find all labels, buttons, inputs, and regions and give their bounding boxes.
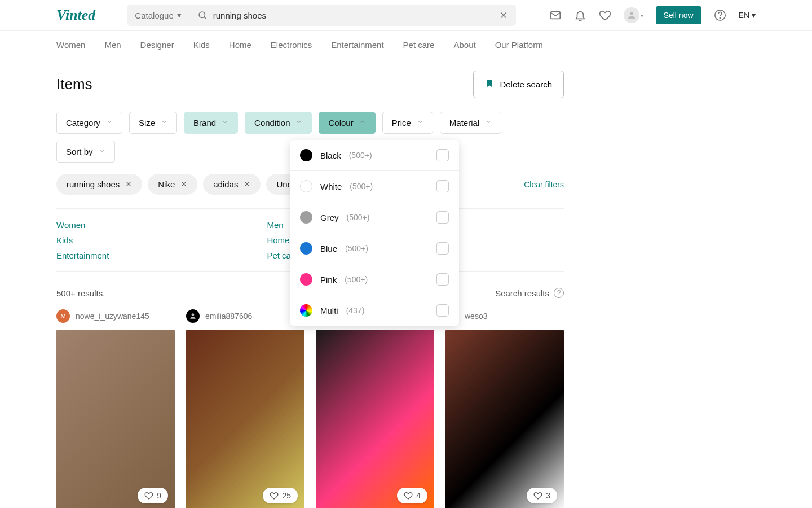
category-link-kids[interactable]: Kids xyxy=(56,235,109,245)
language-selector[interactable]: EN ▾ xyxy=(739,11,756,20)
chip-label: adidas xyxy=(213,179,238,189)
chip-nike[interactable]: Nike xyxy=(148,174,197,195)
like-button[interactable]: 9 xyxy=(138,488,168,503)
catalogue-dropdown[interactable]: Catalogue ▾ xyxy=(127,5,189,26)
help-icon[interactable]: ? xyxy=(554,288,564,298)
logo[interactable]: Vinted xyxy=(56,7,95,24)
filter-sort-by[interactable]: Sort by xyxy=(56,141,115,163)
product-seller[interactable]: Mnowe_i_uzywane145 xyxy=(56,309,175,323)
catalogue-label: Catalogue xyxy=(135,11,173,20)
checkbox[interactable] xyxy=(436,304,449,317)
sell-button[interactable]: Sell now xyxy=(656,6,701,24)
filter-size[interactable]: Size xyxy=(129,112,177,134)
checkbox[interactable] xyxy=(436,211,449,224)
checkbox[interactable] xyxy=(436,273,449,286)
filter-colour[interactable]: Colour xyxy=(319,112,375,134)
filter-label: Sort by xyxy=(66,147,93,156)
nav-item-our-platform[interactable]: Our Platform xyxy=(495,31,543,59)
filters-row: CategorySizeBrandConditionColourPriceMat… xyxy=(56,112,564,163)
filter-category[interactable]: Category xyxy=(56,112,122,134)
category-link-entertainment[interactable]: Entertainment xyxy=(56,251,109,260)
filter-label: Condition xyxy=(254,118,290,128)
category-link-women[interactable]: Women xyxy=(56,220,109,230)
product-seller[interactable]: weso3 xyxy=(445,309,564,323)
colour-swatch xyxy=(300,304,312,317)
checkbox[interactable] xyxy=(436,149,449,161)
product-image[interactable]: 4 xyxy=(316,330,434,508)
colour-option-grey[interactable]: Grey(500+) xyxy=(290,202,459,233)
search-results-label: Search results xyxy=(495,288,549,298)
product-card[interactable]: Mnowe_i_uzywane1459adidas42.5€35.31 xyxy=(56,309,175,508)
product-card[interactable]: 4Nike42.5€37.66 xyxy=(316,309,434,508)
search-input[interactable] xyxy=(213,11,494,20)
search-icon xyxy=(197,10,208,20)
colour-count: (500+) xyxy=(347,213,370,222)
chevron-down-icon: ▾ xyxy=(177,10,182,20)
mail-icon[interactable] xyxy=(549,9,562,21)
colour-swatch xyxy=(300,273,312,286)
product-card[interactable]: emilia88760625adidas39€95.00 xyxy=(186,309,304,508)
language-label: EN xyxy=(739,11,749,20)
svg-point-7 xyxy=(720,17,720,18)
nav-item-designer[interactable]: Designer xyxy=(140,31,174,59)
chevron-down-icon xyxy=(222,119,228,127)
filter-condition[interactable]: Condition xyxy=(245,112,312,134)
chevron-up-icon xyxy=(359,119,366,127)
clear-filters-button[interactable]: Clear filters xyxy=(524,180,564,189)
nav-item-men[interactable]: Men xyxy=(104,31,121,59)
nav-item-home[interactable]: Home xyxy=(229,31,251,59)
filter-material[interactable]: Material xyxy=(440,112,501,134)
close-icon[interactable] xyxy=(499,11,508,20)
nav-item-about[interactable]: About xyxy=(453,31,475,59)
nav-item-kids[interactable]: Kids xyxy=(193,31,210,59)
checkbox[interactable] xyxy=(436,180,449,192)
nav-item-entertainment[interactable]: Entertainment xyxy=(331,31,383,59)
chip-adidas[interactable]: adidas xyxy=(203,174,261,195)
colour-option-white[interactable]: White(500+) xyxy=(290,171,459,202)
colour-option-black[interactable]: Black(500+) xyxy=(290,140,459,171)
chevron-down-icon: ▾ xyxy=(641,12,643,19)
bell-icon[interactable] xyxy=(574,9,586,21)
like-button[interactable]: 4 xyxy=(397,488,427,503)
colour-name: Grey xyxy=(320,213,339,222)
filter-price[interactable]: Price xyxy=(382,112,433,134)
product-seller[interactable]: emilia887606 xyxy=(186,309,304,323)
heart-icon[interactable] xyxy=(599,9,611,21)
product-image[interactable]: 25 xyxy=(186,330,304,508)
product-card[interactable]: weso33adidas45€37.66 xyxy=(445,309,564,508)
close-icon[interactable] xyxy=(180,180,187,189)
nav-item-women[interactable]: Women xyxy=(56,31,85,59)
help-icon[interactable] xyxy=(714,9,726,21)
seller-avatar xyxy=(186,309,200,323)
title-row: Items Delete search xyxy=(56,71,564,98)
svg-line-1 xyxy=(204,17,206,19)
seller-name: emilia887606 xyxy=(205,312,252,321)
chevron-down-icon xyxy=(106,119,113,127)
close-icon[interactable] xyxy=(125,180,132,189)
delete-search-label: Delete search xyxy=(500,80,552,89)
nav-item-pet-care[interactable]: Pet care xyxy=(403,31,435,59)
svg-point-5 xyxy=(630,12,633,15)
like-button[interactable]: 25 xyxy=(263,488,298,503)
product-image[interactable]: 3 xyxy=(445,330,564,508)
colour-count: (500+) xyxy=(345,244,368,253)
chip-label: running shoes xyxy=(67,179,120,189)
delete-search-button[interactable]: Delete search xyxy=(473,71,564,98)
chip-label: Nike xyxy=(158,179,175,189)
seller-name: nowe_i_uzywane145 xyxy=(76,312,149,321)
filter-brand[interactable]: Brand xyxy=(184,112,238,134)
user-menu[interactable]: ▾ xyxy=(624,7,643,23)
filter-label: Size xyxy=(139,118,155,128)
product-image[interactable]: 9 xyxy=(56,330,175,508)
colour-option-blue[interactable]: Blue(500+) xyxy=(290,233,459,264)
nav-item-electronics[interactable]: Electronics xyxy=(271,31,312,59)
header-right: ▾ Sell now EN ▾ xyxy=(549,6,756,24)
close-icon[interactable] xyxy=(244,180,250,189)
like-button[interactable]: 3 xyxy=(527,488,557,503)
chip-running-shoes[interactable]: running shoes xyxy=(56,174,142,195)
search-input-wrap xyxy=(189,10,517,20)
colour-option-pink[interactable]: Pink(500+) xyxy=(290,264,459,295)
checkbox[interactable] xyxy=(436,242,449,255)
chevron-down-icon xyxy=(485,119,492,127)
colour-option-multi[interactable]: Multi(437) xyxy=(290,295,459,326)
